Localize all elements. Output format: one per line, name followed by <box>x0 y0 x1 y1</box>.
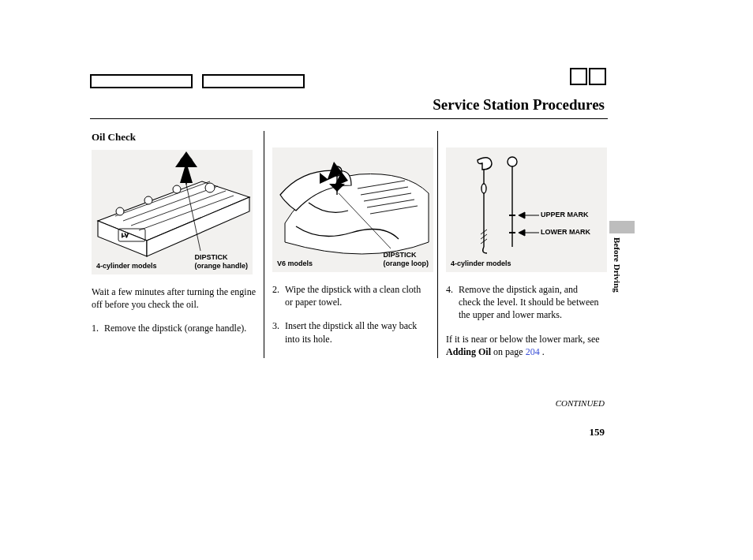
page-number: 159 <box>590 426 605 439</box>
figure-caption-right-1: DIPSTICK <box>384 251 417 259</box>
page-link-204[interactable]: 204 <box>526 346 540 357</box>
figure-caption-right-2: (orange handle) <box>194 262 248 270</box>
svg-point-23 <box>481 184 486 193</box>
step-1: 1. Remove the dipstick (orange handle). <box>92 322 256 334</box>
intro-text: Wait a few minutes after turning the eng… <box>92 286 256 311</box>
column-3: UPPER MARK LOWER MARK 4-cylinder models … <box>437 131 608 358</box>
step-text: Insert the dipstick all the way back int… <box>285 319 429 345</box>
step-number: 3. <box>272 319 285 345</box>
step-4: 4. Remove the dipstick again, and check … <box>446 283 600 322</box>
step-text: Remove the dipstick again, and check the… <box>459 283 600 322</box>
column-1: Oil Check <box>90 131 264 358</box>
step-text: Wipe the dipstick with a clean cloth or … <box>285 283 429 308</box>
figure-caption-right-1: DIPSTICK <box>194 253 227 261</box>
svg-point-5 <box>116 207 124 215</box>
tail-mid: on page <box>491 346 526 357</box>
placeholder-box <box>90 74 193 88</box>
tail-bold: Adding Oil <box>446 346 491 357</box>
step-3: 3. Insert the dipstick all the way back … <box>272 319 429 345</box>
step-number: 4. <box>446 283 459 322</box>
header-rule <box>90 118 608 119</box>
placeholder-square <box>570 68 587 85</box>
column-2: V6 models DIPSTICK (orange loop) 2. Wipe… <box>264 131 437 358</box>
page-title: Service Station Procedures <box>433 96 605 114</box>
svg-point-8 <box>205 183 215 192</box>
step-text: Remove the dipstick (orange handle). <box>104 322 256 334</box>
top-placeholder-squares <box>570 68 606 85</box>
section-heading: Oil Check <box>92 131 256 144</box>
placeholder-square <box>589 68 606 85</box>
figure-v6-engine: V6 models DIPSTICK (orange loop) <box>272 147 433 272</box>
placeholder-box <box>202 74 305 88</box>
figure-4cyl-engine: i-V 4-cylinder models DIPS <box>92 150 253 274</box>
step-2: 2. Wipe the dipstick with a clean cloth … <box>272 283 429 308</box>
tail-pre: If it is near or below the lower mark, s… <box>446 334 600 345</box>
figure-dipstick-levels: UPPER MARK LOWER MARK 4-cylinder models <box>446 147 607 272</box>
figure-caption-left: 4-cylinder models <box>96 262 157 270</box>
tail-paragraph: If it is near or below the lower mark, s… <box>446 333 600 358</box>
svg-point-27 <box>508 157 517 166</box>
side-tab-highlight <box>609 221 635 233</box>
step-number: 2. <box>272 283 285 308</box>
side-tab-label: Before Driving <box>613 237 622 293</box>
figure-caption-right-2: (orange loop) <box>384 259 429 267</box>
svg-point-6 <box>144 196 152 204</box>
figure-caption-left: V6 models <box>277 259 313 267</box>
svg-rect-21 <box>446 147 607 272</box>
step-number: 1. <box>92 322 104 334</box>
svg-point-7 <box>173 185 181 193</box>
dipstick-levels-illustration <box>446 147 607 272</box>
top-placeholder-boxes <box>90 74 305 88</box>
tail-post: . <box>540 346 545 357</box>
upper-mark-label: UPPER MARK <box>541 211 589 218</box>
figure-caption-left: 4-cylinder models <box>451 259 511 267</box>
lower-mark-label: LOWER MARK <box>541 228 590 236</box>
svg-text:i-V: i-V <box>122 233 129 238</box>
continued-label: CONTINUED <box>556 398 605 408</box>
